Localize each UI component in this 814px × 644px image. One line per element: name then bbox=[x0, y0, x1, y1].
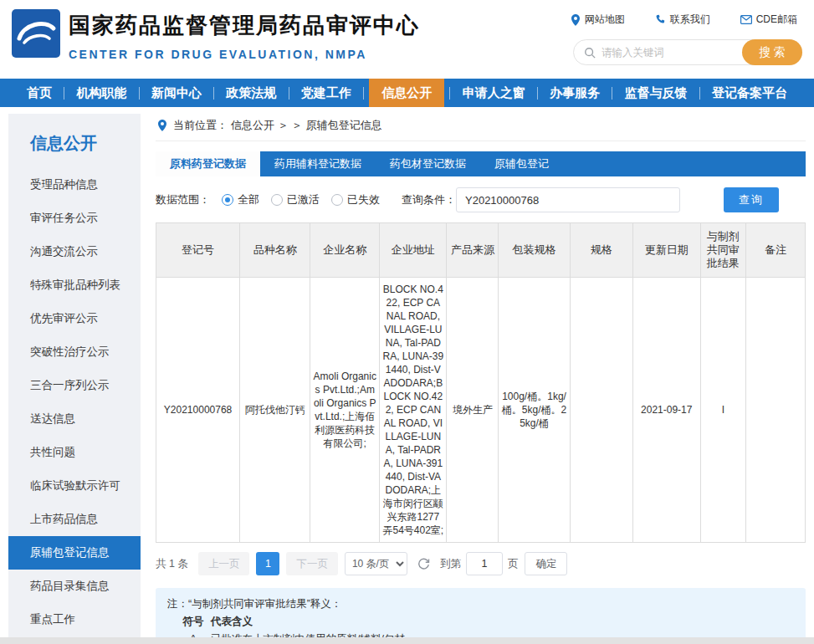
sidebar-item-common-issues[interactable]: 共性问题 bbox=[8, 436, 141, 469]
nav-item-functions[interactable]: 机构职能 bbox=[69, 79, 133, 107]
th-company-address: 企业地址 bbox=[380, 223, 447, 278]
tab-excipient-data[interactable]: 药用辅料登记数据 bbox=[260, 151, 376, 176]
nav-item-applicant-window[interactable]: 申请人之窗 bbox=[456, 79, 532, 107]
th-spec: 规格 bbox=[570, 223, 632, 278]
query-button[interactable]: 查询 bbox=[724, 187, 779, 212]
radio-all-label: 全部 bbox=[238, 192, 259, 207]
next-page-button[interactable]: 下一页 bbox=[286, 552, 338, 575]
nav-item-supervision-feedback[interactable]: 监督与反馈 bbox=[618, 79, 694, 107]
tabbar: 原料药登记数据 药用辅料登记数据 药包材登记数据 原辅包登记 bbox=[156, 151, 806, 176]
radio-unselected-icon bbox=[331, 194, 343, 206]
brand: 国家药品监督管理局药品审评中心 CENTER FOR DRUG EVALUATI… bbox=[69, 11, 420, 61]
nav-divider bbox=[213, 87, 214, 100]
tab-raw-material-data[interactable]: 原料药登记数据 bbox=[156, 151, 260, 176]
cell-remarks bbox=[745, 278, 805, 543]
sidebar-item-drug-catalog[interactable]: 药品目录集信息 bbox=[8, 570, 141, 603]
cell-variety-name: 阿托伐他汀钙 bbox=[240, 278, 310, 543]
breadcrumb: 当前位置： 信息公开 ＞ ＞ 原辅包登记信息 bbox=[156, 114, 806, 141]
confirm-button[interactable]: 确定 bbox=[525, 552, 567, 575]
search-icon bbox=[584, 47, 596, 59]
phone-icon bbox=[655, 14, 666, 25]
mail-icon bbox=[740, 15, 752, 24]
radio-selected-icon bbox=[222, 194, 233, 206]
cell-product-source: 境外生产 bbox=[447, 278, 499, 543]
radio-activated[interactable]: 已激活 bbox=[271, 192, 320, 207]
sidebar-item-raw-excipient-packaging[interactable]: 原辅包登记信息 bbox=[8, 536, 141, 570]
sidebar-title: 信息公开 bbox=[8, 124, 141, 168]
radio-activated-label: 已激活 bbox=[287, 192, 320, 207]
query-label: 查询条件： bbox=[402, 192, 456, 207]
nav-divider bbox=[699, 87, 700, 100]
nav-divider bbox=[289, 87, 289, 100]
sidebar-item-breakthrough-therapy[interactable]: 突破性治疗公示 bbox=[8, 335, 141, 369]
location-pin-icon bbox=[157, 120, 167, 131]
breadcrumb-link-info-disclosure[interactable]: 信息公开 bbox=[231, 118, 274, 133]
nav-divider bbox=[537, 87, 538, 100]
cell-company-address: BLOCK NO.422, ECP CANAL ROAD, VILLAGE-LU… bbox=[380, 278, 447, 543]
sidebar-item-accepted-varieties[interactable]: 受理品种信息 bbox=[8, 168, 141, 202]
mailbox-link[interactable]: CDE邮箱 bbox=[740, 13, 797, 27]
sidebar: 信息公开 受理品种信息 审评任务公示 沟通交流公示 特殊审批品种列表 优先审评公… bbox=[8, 114, 141, 644]
registration-table: 登记号 品种名称 企业名称 企业地址 产品来源 包装规格 规格 更新日期 与制剂… bbox=[156, 222, 806, 543]
filter-bar: 数据范围： 全部 已激活 已失效 查询条件： 查询 bbox=[156, 187, 806, 212]
cell-company-name: Amoli Organics Pvt.Ltd.;Amoli Organics P… bbox=[310, 278, 380, 543]
th-registration-no: 登记号 bbox=[156, 223, 240, 278]
sidebar-item-communication[interactable]: 沟通交流公示 bbox=[8, 235, 141, 268]
pagination: 共 1 条 上一页 1 下一页 10 条/页 到第 页 确定 bbox=[156, 552, 806, 575]
sitemap-link-label: 网站地图 bbox=[585, 13, 625, 27]
nav-item-services[interactable]: 办事服务 bbox=[543, 79, 607, 107]
query-input[interactable] bbox=[456, 187, 680, 212]
sidebar-item-priority-review[interactable]: 优先审评公示 bbox=[8, 302, 141, 335]
nav-item-party-building[interactable]: 党建工作 bbox=[294, 79, 358, 107]
main-nav: 首页 机构职能 新闻中心 政策法规 党建工作 信息公开 申请人之窗 办事服务 监… bbox=[0, 79, 814, 107]
page-number-1[interactable]: 1 bbox=[256, 552, 279, 575]
cell-packaging-spec: 100g/桶。1kg/桶。5kg/桶。25kg/桶 bbox=[499, 278, 570, 543]
total-count: 共 1 条 bbox=[156, 557, 188, 571]
goto-page-input[interactable] bbox=[466, 552, 503, 575]
sidebar-item-clinical-trial-implied-license[interactable]: 临床试验默示许可 bbox=[8, 469, 141, 503]
contact-link[interactable]: 联系我们 bbox=[655, 13, 710, 27]
tab-raw-excipient-packaging[interactable]: 原辅包登记 bbox=[480, 151, 563, 176]
content: 信息公开 受理品种信息 审评任务公示 沟通交流公示 特殊审批品种列表 优先审评公… bbox=[0, 107, 814, 644]
breadcrumb-current[interactable]: 原辅包登记信息 bbox=[306, 118, 382, 133]
cell-joint-review-result: I bbox=[700, 278, 745, 543]
search-input[interactable] bbox=[602, 47, 742, 59]
th-variety-name: 品种名称 bbox=[240, 223, 310, 278]
radio-all[interactable]: 全部 bbox=[222, 192, 259, 207]
th-packaging-spec: 包装规格 bbox=[499, 223, 570, 278]
th-joint-review-result: 与制剂共同审批结果 bbox=[700, 223, 745, 278]
note-col-symbol: 符号 bbox=[176, 613, 211, 631]
site-header: 国家药品监督管理局药品审评中心 CENTER FOR DRUG EVALUATI… bbox=[0, 0, 814, 79]
table-row: Y20210000768 阿托伐他汀钙 Amoli Organics Pvt.L… bbox=[156, 278, 806, 543]
sidebar-item-marketed-drugs[interactable]: 上市药品信息 bbox=[8, 503, 141, 536]
site-subtitle: CENTER FOR DRUG EVALUATION, NMPA bbox=[69, 48, 420, 61]
sidebar-item-review-tasks[interactable]: 审评任务公示 bbox=[8, 202, 141, 235]
nav-item-news[interactable]: 新闻中心 bbox=[145, 79, 208, 107]
prev-page-button[interactable]: 上一页 bbox=[198, 552, 250, 575]
map-pin-icon bbox=[571, 14, 581, 26]
quick-links: 网站地图 联系我们 CDE邮箱 bbox=[571, 13, 797, 27]
page-size-select[interactable]: 10 条/页 bbox=[345, 552, 407, 575]
sitemap-link[interactable]: 网站地图 bbox=[571, 13, 625, 27]
sidebar-item-delivery-info[interactable]: 送达信息 bbox=[8, 402, 141, 436]
nav-item-home[interactable]: 首页 bbox=[20, 79, 59, 107]
sidebar-item-three-in-one[interactable]: 三合一序列公示 bbox=[8, 369, 141, 402]
sidebar-item-special-approval-list[interactable]: 特殊审批品种列表 bbox=[8, 268, 141, 302]
refresh-icon[interactable] bbox=[417, 558, 430, 570]
th-remarks: 备注 bbox=[745, 223, 805, 278]
nav-item-info-disclosure[interactable]: 信息公开 bbox=[369, 79, 444, 107]
search-button[interactable]: 搜索 bbox=[742, 39, 802, 65]
sidebar-item-key-work[interactable]: 重点工作 bbox=[8, 603, 141, 636]
nav-item-policies[interactable]: 政策法规 bbox=[219, 79, 283, 107]
note-title: 注：“与制剂共同审评审批结果”释义： bbox=[167, 595, 794, 613]
radio-expired[interactable]: 已失效 bbox=[331, 192, 380, 207]
nav-item-registration-platform[interactable]: 登记备案平台 bbox=[705, 79, 794, 107]
nav-divider bbox=[363, 87, 364, 100]
note-header-row: 符号 代表含义 bbox=[167, 613, 794, 631]
tab-packaging-material-data[interactable]: 药包材登记数据 bbox=[376, 151, 480, 176]
scope-label: 数据范围： bbox=[156, 192, 210, 207]
mailbox-link-label: CDE邮箱 bbox=[756, 13, 797, 27]
cell-registration-no: Y20210000768 bbox=[156, 278, 240, 543]
site-search: 搜索 bbox=[573, 39, 802, 65]
cde-logo bbox=[12, 9, 60, 58]
